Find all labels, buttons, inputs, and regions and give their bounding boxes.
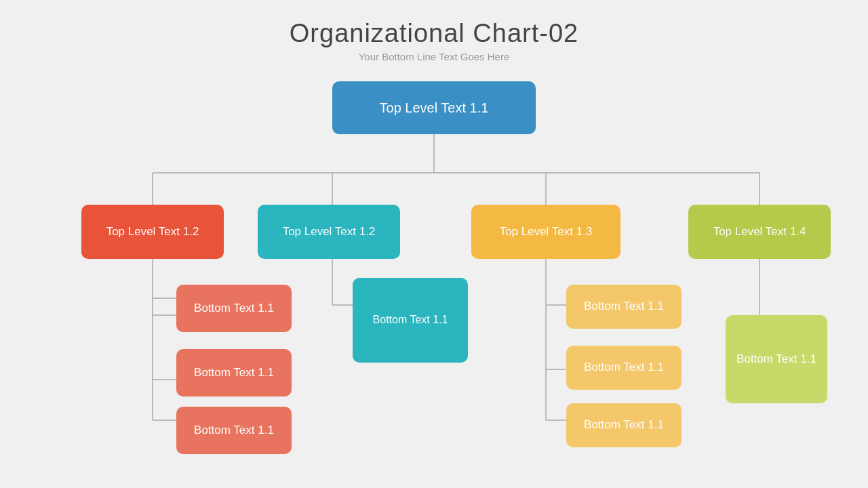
level1-node-1: Top Level Text 1.2	[81, 205, 224, 259]
level1-node-3: Top Level Text 1.3	[471, 205, 620, 259]
page-title: Organizational Chart-02	[290, 19, 578, 48]
l1-child-2: Bottom Text 1.1	[176, 349, 292, 396]
org-chart: Top Level Text 1.1 Top Level Text 1.2 To…	[41, 75, 827, 454]
root-node: Top Level Text 1.1	[332, 81, 536, 134]
l1-child-1: Bottom Text 1.1	[176, 285, 292, 332]
l4-child-1: Bottom Text 1.1	[726, 315, 827, 403]
l2-child-1: Bottom Text 1.1	[353, 278, 468, 363]
l1-child-3: Bottom Text 1.1	[176, 407, 292, 454]
page-header: Organizational Chart-02 Your Bottom Line…	[290, 19, 578, 62]
l3-child-3: Bottom Text 1.1	[566, 403, 682, 447]
level1-node-4: Top Level Text 1.4	[688, 205, 831, 259]
l3-child-2: Bottom Text 1.1	[566, 346, 682, 390]
level1-node-2: Top Level Text 1.2	[258, 205, 400, 259]
page-subtitle: Your Bottom Line Text Goes Here	[290, 51, 578, 62]
l3-child-1: Bottom Text 1.1	[566, 285, 682, 329]
